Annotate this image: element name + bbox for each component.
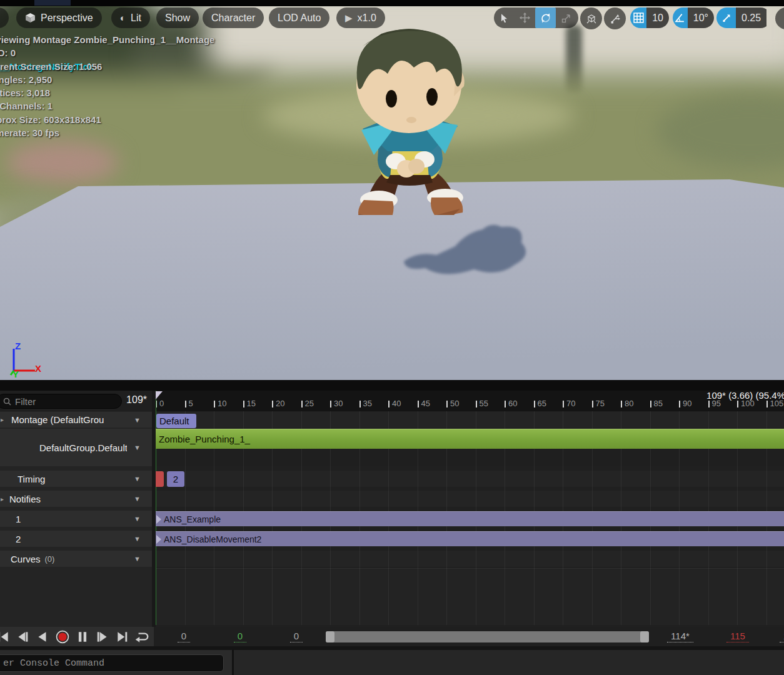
expander-icon[interactable]: ▸: [1, 416, 4, 423]
ruler-tick: [185, 401, 186, 408]
move-icon: [520, 12, 530, 23]
segment-bar-label: Zombie_Punching_1_: [159, 434, 250, 444]
notify-2-row-label: 2: [16, 534, 21, 544]
pause-button[interactable]: [73, 629, 91, 645]
show-menu-button[interactable]: Show: [156, 8, 199, 28]
filter-input[interactable]: [15, 396, 109, 407]
speed-label: x1.0: [358, 12, 376, 24]
chevron-down-icon[interactable]: ▼: [134, 495, 141, 502]
scrubber-left-handle[interactable]: [326, 631, 334, 642]
filter-box[interactable]: [0, 394, 122, 409]
chevron-down-icon[interactable]: ▼: [134, 535, 141, 542]
step-forward-button[interactable]: [93, 629, 111, 645]
select-tool-button[interactable]: [494, 8, 515, 28]
panel-divider[interactable]: [0, 380, 784, 391]
percent-value-field[interactable]: 0: [212, 627, 268, 646]
timeline-track-area[interactable]: 109* (3.66) (95.4%) 05101520253035404550…: [156, 391, 784, 627]
clipped-frame-field[interactable]: 1: [776, 627, 784, 646]
track-row-montage[interactable]: ▸ Montage (DefaultGrou ▼: [0, 412, 152, 428]
frame-value: 0: [178, 631, 190, 642]
rotate-tool-button[interactable]: [535, 8, 556, 28]
track-row-timing[interactable]: Timing ▼: [0, 471, 152, 487]
track-row-notify-2[interactable]: 2 ▼: [0, 531, 152, 547]
ruler-tick: [708, 401, 710, 408]
track-row-notifies[interactable]: ▸ Notifies ▼: [0, 491, 152, 507]
lod-label: LOD Auto: [278, 12, 321, 24]
ruler-tick-label: 55: [480, 399, 488, 408]
notify-state-bar-1[interactable]: ANS_Example: [156, 511, 784, 526]
track-row-slot[interactable]: DefaultGroup.DefaultS ▼: [0, 429, 152, 466]
preview-viewport[interactable]: ≡ Perspective ◐ Lit Show Character LOD A…: [0, 6, 784, 380]
chevron-down-icon[interactable]: ▼: [134, 555, 141, 562]
scale-snap-toggle[interactable]: 0.25: [716, 8, 771, 28]
chevron-down-icon[interactable]: ▼: [134, 416, 141, 424]
time-value-field[interactable]: 0: [268, 627, 324, 646]
timeline-scrubber[interactable]: [326, 631, 649, 642]
character-menu-button[interactable]: Character: [203, 8, 264, 28]
notify-state-bar-2[interactable]: ANS_DisableMovement2: [156, 531, 784, 546]
coordinate-space-button[interactable]: [580, 8, 602, 29]
record-button[interactable]: [54, 629, 72, 645]
show-label: Show: [165, 12, 190, 24]
rotation-snap-value[interactable]: 10°: [688, 8, 714, 28]
scale-snap-value[interactable]: 0.25: [736, 8, 766, 28]
transport-controls: [0, 627, 154, 646]
loop-toggle-button[interactable]: [133, 629, 151, 645]
stat-vertices: ertices: 3,018: [0, 86, 214, 99]
timing-chip-1[interactable]: [156, 471, 164, 487]
y-axis-label: Y: [13, 369, 19, 379]
total-frames-field[interactable]: 115: [713, 627, 763, 646]
console-command-input[interactable]: [0, 654, 224, 672]
search-icon: [3, 398, 11, 406]
track-row-notify-1[interactable]: 1 ▼: [0, 511, 152, 527]
stat-uv-channels: V Channels: 1: [0, 99, 214, 112]
grid-snap-value[interactable]: 10: [646, 8, 669, 28]
timing-chip-2[interactable]: 2: [167, 471, 184, 487]
go-to-start-icon: [0, 631, 10, 642]
chevron-down-icon[interactable]: ▼: [134, 515, 141, 522]
scrubber-right-handle[interactable]: [640, 631, 649, 642]
ruler-tick-label: 85: [654, 399, 663, 408]
ruler-tick-label: 10: [218, 399, 226, 408]
go-to-end-button[interactable]: [113, 629, 131, 645]
track-row-curves[interactable]: Curves (0) ▼: [0, 551, 152, 567]
montage-segment-bar[interactable]: Zombie_Punching_1_: [156, 429, 784, 449]
play-reverse-button[interactable]: [34, 629, 52, 645]
grid-snap-toggle[interactable]: 10: [630, 8, 669, 28]
lod-auto-button[interactable]: LOD Auto: [269, 8, 329, 28]
scale-snap-segment[interactable]: [716, 8, 736, 28]
playhead-marker[interactable]: [156, 391, 163, 399]
lit-mode-button[interactable]: ◐ Lit: [111, 8, 150, 28]
step-forward-icon: [96, 631, 109, 642]
stat-lod: OD: 0: [0, 46, 214, 59]
perspective-button[interactable]: Perspective: [16, 8, 102, 28]
frame-value-field[interactable]: 0: [156, 627, 212, 646]
ruler-tick-label: 45: [421, 399, 430, 408]
window-top-accent: [34, 0, 71, 6]
move-tool-button[interactable]: [515, 8, 535, 28]
rotation-snap-toggle[interactable]: 10°: [673, 8, 714, 28]
playback-speed-button[interactable]: ▶ x1.0: [336, 8, 385, 28]
montage-section-chip[interactable]: Default: [156, 414, 196, 428]
slot-row-label: DefaultGroup.DefaultS: [39, 442, 127, 453]
go-to-start-button[interactable]: [0, 629, 12, 645]
grid-snap-segment[interactable]: [630, 8, 646, 28]
end-frame-field[interactable]: 114*: [655, 627, 705, 646]
chevron-down-icon[interactable]: ▼: [134, 475, 141, 482]
ruler-tick: [476, 401, 477, 408]
cube-icon: [25, 12, 36, 23]
z-axis-label: Z: [15, 341, 21, 351]
timeline-ruler[interactable]: 109* (3.66) (95.4%) 05101520253035404550…: [156, 391, 784, 411]
play-reverse-icon: [36, 631, 49, 642]
ruler-tick: [505, 401, 506, 408]
step-backward-button[interactable]: [14, 629, 32, 645]
expander-icon[interactable]: ▸: [1, 496, 4, 502]
ruler-tick-label: 35: [363, 399, 372, 408]
ruler-tick: [534, 401, 535, 408]
notify-begin-marker-icon: [156, 515, 161, 524]
chevron-down-icon[interactable]: ▼: [134, 444, 141, 451]
scale-tool-button[interactable]: [556, 8, 576, 28]
surface-snapping-button[interactable]: [604, 8, 626, 29]
montage-timeline-panel: 109* ▸ Montage (DefaultGrou ▼ DefaultGro…: [0, 391, 784, 627]
ruler-tick-label: 60: [508, 399, 517, 408]
